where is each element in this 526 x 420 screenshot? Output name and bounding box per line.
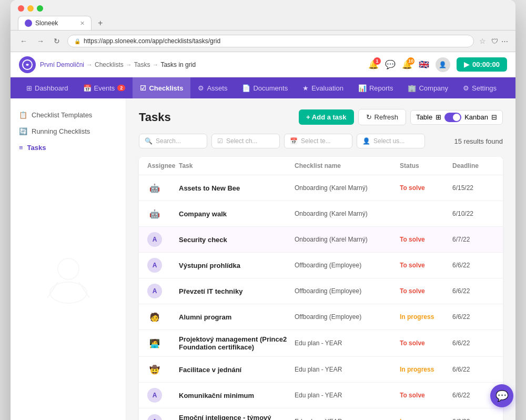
new-tab-button[interactable]: + bbox=[94, 16, 107, 30]
menu-button[interactable]: ⋯ bbox=[501, 37, 508, 45]
breadcrumb-item-4[interactable]: Tasks in grid bbox=[160, 61, 196, 68]
bell-button[interactable]: 🔔 10 bbox=[402, 59, 412, 69]
nav-item-company[interactable]: 🏢 Company bbox=[400, 77, 456, 98]
checklist-placeholder: Select ch... bbox=[226, 137, 257, 145]
chat-button[interactable]: 💬 bbox=[385, 59, 396, 69]
checklist-name: Offboarding (Employee) bbox=[295, 262, 400, 269]
minimize-dot[interactable] bbox=[27, 5, 34, 12]
documents-icon: 📄 bbox=[242, 84, 250, 92]
nav-item-checklists[interactable]: ☑ Checklists bbox=[133, 77, 190, 98]
language-flag[interactable]: 🇬🇧 bbox=[419, 59, 429, 69]
shield-icon[interactable]: 🛡 bbox=[491, 37, 498, 45]
breadcrumb: První Demolični → Checklists → Tasks → T… bbox=[40, 61, 196, 68]
refresh-button[interactable]: ↻ Refresh bbox=[358, 109, 407, 125]
nav-item-dashboard[interactable]: ⊞ Dashboard bbox=[19, 77, 76, 98]
app-header: První Demolični → Checklists → Tasks → T… bbox=[11, 52, 515, 77]
nav-item-reports[interactable]: 📊 Reports bbox=[351, 77, 401, 98]
table-row[interactable]: A Emoční inteligence - týmový trénink Ed… bbox=[139, 408, 503, 420]
url-bar[interactable]: 🔒 https://app.sloneek.com/app/checklists… bbox=[67, 35, 474, 47]
nav-label-checklists: Checklists bbox=[149, 84, 183, 92]
reload-button[interactable]: ↻ bbox=[52, 36, 62, 46]
nav-label-dashboard: Dashboard bbox=[35, 84, 68, 92]
template-filter[interactable]: 📅 Select te... bbox=[284, 134, 352, 148]
nav-label-events: Events bbox=[94, 84, 115, 92]
running-checklists-icon: 🔄 bbox=[19, 127, 27, 135]
breadcrumb-sep-1: → bbox=[86, 61, 93, 68]
status-badge: To solve bbox=[400, 262, 452, 269]
nav-item-events[interactable]: 📅 Events 2 bbox=[76, 77, 133, 98]
tasks-table: Assignee Task Checklist name Status Dead… bbox=[139, 157, 503, 420]
nav-item-assets[interactable]: ⚙ Assets bbox=[190, 77, 235, 98]
status-badge: To solve bbox=[400, 287, 452, 295]
deadline: 6/6/22 bbox=[452, 313, 494, 321]
app-logo bbox=[19, 56, 36, 73]
user-filter[interactable]: 👤 Select us... bbox=[357, 134, 425, 148]
checklist-name: Onboarding (Karel Marný) bbox=[295, 210, 400, 217]
status-badge: In bbox=[400, 418, 452, 420]
user-avatar[interactable]: 👤 bbox=[436, 57, 450, 72]
notification-button[interactable]: 🔔 1 bbox=[368, 59, 379, 69]
nav-label-assets: Assets bbox=[207, 84, 227, 92]
window-controls bbox=[18, 5, 508, 12]
table-row[interactable]: 🤠 Facilitace v jednání Edu plan - YEAR I… bbox=[139, 357, 503, 383]
nav-item-settings[interactable]: ⚙ Settings bbox=[456, 77, 504, 98]
deadline: 6/6/22 bbox=[452, 287, 494, 295]
close-dot[interactable] bbox=[18, 5, 24, 12]
browser-titlebar: Sloneek ✕ + bbox=[11, 0, 515, 31]
nav-item-documents[interactable]: 📄 Documents bbox=[235, 77, 295, 98]
bookmark-button[interactable]: ☆ bbox=[479, 37, 486, 45]
checklist-filter-icon: ☑ bbox=[217, 137, 223, 145]
forward-button[interactable]: → bbox=[35, 36, 46, 46]
sidebar-item-tasks[interactable]: ≡ Tasks bbox=[11, 139, 126, 156]
col-checklist: Checklist name bbox=[295, 162, 400, 169]
table-row[interactable]: A Výstupní prohlídka Offboarding (Employ… bbox=[139, 253, 503, 278]
view-toggle-switch[interactable] bbox=[444, 113, 461, 122]
col-status: Status bbox=[400, 162, 452, 169]
nav-item-evaluation[interactable]: ★ Evaluation bbox=[295, 77, 351, 98]
checklist-filter[interactable]: ☑ Select ch... bbox=[211, 134, 280, 148]
user-filter-icon: 👤 bbox=[362, 137, 370, 145]
table-row[interactable]: 🧑‍💻 Projektový management (Prince2 Found… bbox=[139, 330, 503, 357]
status-badge: To solve bbox=[400, 236, 452, 243]
assignee-letter: A bbox=[147, 414, 162, 420]
add-task-button[interactable]: + Add a task bbox=[299, 109, 353, 125]
page-title: Tasks bbox=[139, 111, 171, 124]
active-tab[interactable]: Sloneek ✕ bbox=[18, 16, 92, 30]
col-task: Task bbox=[179, 162, 295, 169]
back-button[interactable]: ← bbox=[18, 36, 29, 46]
maximize-dot[interactable] bbox=[37, 5, 43, 12]
table-row[interactable]: A Převzetí IT techniky Offboarding (Empl… bbox=[139, 278, 503, 304]
breadcrumb-item-3[interactable]: Tasks bbox=[134, 61, 150, 68]
task-name: Emoční inteligence - týmový trénink bbox=[179, 414, 295, 420]
deadline: 6/6/22 bbox=[452, 262, 494, 269]
address-bar: ← → ↻ 🔒 https://app.sloneek.com/app/chec… bbox=[11, 31, 515, 52]
deadline: 6/6/22 bbox=[452, 392, 494, 399]
sidebar-item-running-checklists[interactable]: 🔄 Running Checklists bbox=[11, 123, 126, 139]
table-row[interactable]: 🤖 Assets to New Bee Onboarding (Karel Ma… bbox=[139, 175, 503, 201]
assignee-avatar: 🧑‍💻 bbox=[147, 336, 162, 351]
sidebar-item-checklist-templates[interactable]: 📋 Checklist Templates bbox=[11, 107, 126, 123]
table-row[interactable]: 🤖 Company walk Onboarding (Karel Marný) … bbox=[139, 201, 503, 227]
breadcrumb-item-1[interactable]: První Demolični bbox=[40, 61, 84, 68]
table-row[interactable]: 🧑 Alumni program Offboarding (Employee) … bbox=[139, 304, 503, 330]
deadline: 6/6/22 bbox=[452, 339, 494, 347]
deadline: 6/6/22 bbox=[452, 366, 494, 373]
table-row[interactable]: A Security check Onboarding (Karel Marný… bbox=[139, 227, 503, 253]
status-badge: To solve bbox=[400, 184, 452, 192]
deadline: 6/15/22 bbox=[452, 184, 494, 192]
status-badge: To solve bbox=[400, 339, 452, 347]
play-icon: ▶ bbox=[464, 61, 469, 68]
tab-close-button[interactable]: ✕ bbox=[80, 20, 85, 27]
template-filter-icon: 📅 bbox=[290, 137, 298, 145]
task-name: Komunikační minimum bbox=[179, 392, 295, 399]
search-filter[interactable]: 🔍 Search... bbox=[139, 134, 207, 148]
table-header: Assignee Task Checklist name Status Dead… bbox=[139, 157, 503, 175]
main-nav: ⊞ Dashboard 📅 Events 2 ☑ Checklists ⚙ As… bbox=[11, 77, 515, 98]
lock-icon: 🔒 bbox=[74, 38, 80, 44]
status-badge: To solve bbox=[400, 392, 452, 399]
breadcrumb-item-2[interactable]: Checklists bbox=[95, 61, 124, 68]
svg-line-4 bbox=[79, 282, 89, 298]
table-row[interactable]: A Komunikační minimum Edu plan - YEAR To… bbox=[139, 383, 503, 408]
chat-widget-button[interactable]: 💬 bbox=[490, 384, 513, 407]
timer-button[interactable]: ▶ 00:00:00 bbox=[457, 57, 507, 72]
